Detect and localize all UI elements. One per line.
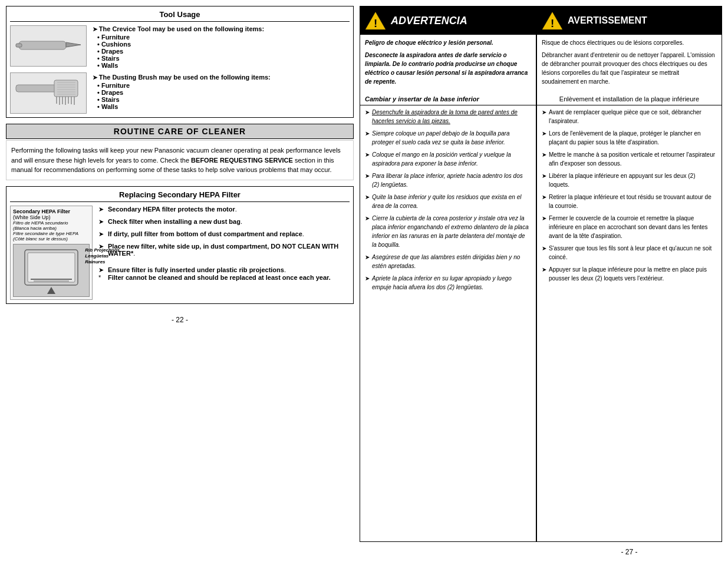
adv-item-4: ➤ Para liberar la place inferior, apriet… — [365, 171, 531, 189]
dusting-brush-svg — [13, 74, 84, 113]
hepa-content: Secondary HEPA Filter (White Side Up) Fi… — [10, 206, 350, 300]
hepa-desc-5-text: rib projections — [239, 266, 284, 273]
hepa-desc-2-text: dust bag — [213, 218, 241, 225]
aver-item-6-text: Fermer le couvercle de la courroie et re… — [549, 214, 717, 240]
right-column: ! ADVERTENCIA Peligro de choque eléctric… — [360, 6, 722, 556]
hepa-desc-1-text: Secondary HEPA filter protects the motor — [108, 206, 235, 213]
advertencia-body2: Desconecte la aspiradora antes de darle … — [365, 51, 531, 86]
adv-item-7: ➤ Asegúrese de que las alambres estén di… — [365, 253, 531, 270]
aver-item-7: ➤ S'assurer que tous les fils sont à leu… — [542, 244, 717, 262]
tool-descriptions: The Crevice Tool may be used on the foll… — [93, 25, 350, 114]
adv-arrow-7: ➤ — [365, 253, 370, 270]
hepa-desc-5: ➤ Ensure filter is fully inserted under … — [98, 266, 350, 274]
aver-item-8: ➤ Appuyer sur la plaque inférieure pour … — [542, 265, 717, 283]
aver-arrow-1: ➤ — [542, 108, 546, 125]
avertissement-items: ➤ Avant de remplacer quelque pièce que c… — [537, 105, 722, 289]
hepa-filter-sub2: Filtro de HEPA secundario — [13, 220, 90, 226]
hepa-filter-svg — [19, 247, 84, 294]
adv-item-8: ➤ Apriete la placa inferior en su lugar … — [365, 274, 531, 292]
adv-item-2: ➤ Siempre coloque un papel debajo de la … — [365, 129, 531, 147]
dusting-item-1: Furniture — [97, 82, 350, 89]
aver-item-3: ➤ Mettre le manche à sa position vertica… — [542, 150, 717, 168]
avertissement-section: ! AVERTISSEMENT Risque de chocs électriq… — [536, 6, 722, 542]
adv-arrow-6: ➤ — [365, 214, 370, 249]
routine-care-section: ROUTINE CARE OF CLEANER Performing the f… — [6, 124, 354, 180]
aver-arrow-6: ➤ — [542, 214, 546, 240]
hepa-desc-6-text: Filter cannot be cleaned and should be r… — [108, 274, 331, 281]
hepa-arrow-5: ➤ — [98, 266, 106, 274]
svg-text:!: ! — [374, 17, 377, 29]
svg-marker-22 — [47, 287, 55, 294]
dusting-desc: The Dusting Brush may be used on the fol… — [93, 74, 350, 110]
adv-item-4-text: Para liberar la place inferior, apriete … — [372, 171, 531, 189]
tool-images — [10, 25, 87, 114]
svg-rect-19 — [28, 253, 75, 282]
dusting-desc-text: The Dusting Brush may be used on the fol… — [93, 74, 350, 81]
adv-arrow-5: ➤ — [365, 193, 370, 210]
aver-arrow-3: ➤ — [542, 150, 546, 168]
tool-usage-content: The Crevice Tool may be used on the foll… — [10, 25, 350, 114]
aver-item-6: ➤ Fermer le couvercle de la courroie et … — [542, 214, 717, 240]
aver-arrow-8: ➤ — [542, 265, 546, 283]
routine-care-header: ROUTINE CARE OF CLEANER — [6, 124, 354, 139]
avertissement-triangle-icon: ! — [542, 10, 563, 31]
hepa-desc-4: ➤ Place new filter, white side up, in du… — [98, 243, 350, 257]
advertencia-body: Peligro de choque eléctrico y lesión per… — [360, 35, 536, 93]
dusting-brush-image — [10, 72, 87, 114]
svg-rect-3 — [16, 85, 57, 92]
advertencia-title: ADVERTENCIA — [391, 15, 467, 27]
adv-item-8-text: Apriete la placa inferior en su lugar ap… — [372, 274, 531, 292]
aver-item-5: ➤ Retirer la plaque inférieure et tout r… — [542, 193, 717, 210]
hepa-desc-6: * Filter cannot be cleaned and should be… — [98, 274, 350, 281]
hepa-filter-sub1: (White Side Up) — [13, 214, 90, 220]
avertissement-body2: Débrancher avant d'entretenir ou de nett… — [542, 51, 717, 86]
hepa-star: * — [98, 274, 106, 281]
adv-item-1: ➤ Desenchufe la aspiradora de la toma de… — [365, 108, 531, 125]
adv-arrow-4: ➤ — [365, 171, 370, 189]
avertissement-header: ! AVERTISSEMENT — [537, 6, 722, 35]
routine-care-desc: Performing the following tasks will keep… — [6, 140, 354, 180]
aver-item-7-text: S'assurer que tous les fils sont à leur … — [549, 244, 717, 262]
aver-item-8-text: Appuyer sur la plaque inférieure pour la… — [549, 265, 717, 283]
crevice-items-list: Furniture Cushions Drapes Stairs Walls — [93, 34, 350, 69]
aver-item-4: ➤ Libérer la plaque inférieure en appuya… — [542, 171, 717, 189]
tool-usage-section: Tool Usage — [6, 6, 354, 118]
advertencia-triangle-icon: ! — [365, 10, 386, 31]
adv-item-1-text: Desenchufe la aspiradora de la toma de p… — [372, 108, 531, 125]
crevice-item-4: Stairs — [97, 55, 350, 62]
advertencia-items: ➤ Desenchufe la aspiradora de la toma de… — [360, 105, 536, 297]
hepa-desc-2: ➤ Check filter when installing a new dus… — [98, 218, 350, 226]
svg-text:!: ! — [551, 17, 554, 29]
hepa-arrow-3: ➤ — [98, 230, 106, 238]
rib-label: Rib Projections Lengüetas Rainures — [85, 247, 120, 266]
adv-arrow-1: ➤ — [365, 108, 370, 125]
hepa-visual: Rib Projections Lengüetas Rainures — [13, 244, 90, 297]
right-page-numbers: - 27 - — [360, 542, 722, 556]
dusting-item-2: Drapes — [97, 89, 350, 96]
hepa-arrow-1: ➤ — [98, 206, 106, 213]
avertissement-body: Risque de chocs électriques ou de lésion… — [537, 35, 722, 93]
svg-rect-2 — [16, 44, 22, 47]
hepa-filter-sub4: Filtre secondaire de type HEPA — [13, 231, 90, 236]
hepa-extra-items: ➤ Ensure filter is fully inserted under … — [98, 266, 350, 281]
avertissement-title: AVERTISSEMENT — [568, 15, 647, 26]
avertissement-section-header: Enlèvement et installation de la plaque … — [537, 93, 722, 105]
hepa-descriptions: ➤ Secondary HEPA filter protects the mot… — [98, 206, 350, 300]
aver-item-3-text: Mettre le manche à sa position verticale… — [549, 150, 717, 168]
aver-arrow-5: ➤ — [542, 193, 546, 210]
hepa-section: Replacing Secondary HEPA Filter Secondar… — [6, 186, 354, 304]
aver-arrow-7: ➤ — [542, 244, 546, 262]
hepa-desc-4-text: Place new filter, white side up, in dust… — [108, 243, 338, 257]
adv-item-5: ➤ Quite la base inferior y quite los res… — [365, 193, 531, 210]
hepa-arrow-2: ➤ — [98, 218, 106, 226]
routine-care-description: Performing the following tasks will keep… — [11, 146, 348, 175]
crevice-item-3: Drapes — [97, 48, 350, 55]
crevice-item-2: Cushions — [97, 41, 350, 48]
crevice-item-5: Walls — [97, 62, 350, 69]
aver-item-4-text: Libérer la plaque inférieure en appuyant… — [549, 171, 717, 189]
aver-item-5-text: Retirer la plaque inférieure et tout rés… — [549, 193, 717, 210]
crevice-desc: The Crevice Tool may be used on the foll… — [93, 25, 350, 69]
svg-marker-1 — [66, 42, 81, 47]
adv-item-5-text: Quite la base inferior y quite los resid… — [372, 193, 531, 210]
adv-arrow-8: ➤ — [365, 274, 370, 292]
